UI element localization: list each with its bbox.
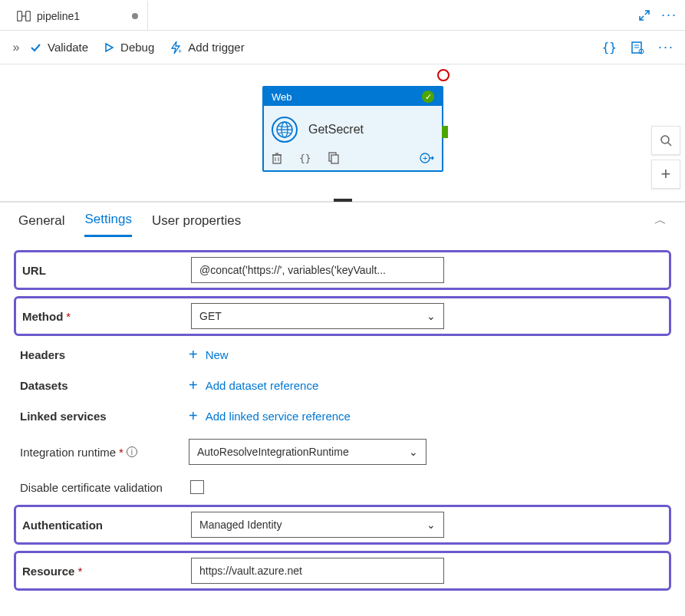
output-icon[interactable]: + <box>419 152 434 164</box>
svg-rect-1 <box>26 12 31 21</box>
search-canvas-button[interactable] <box>651 126 680 155</box>
property-tabs: General Settings User properties ︿ <box>0 203 685 239</box>
svg-rect-0 <box>18 12 22 21</box>
info-icon[interactable]: i <box>127 446 137 457</box>
highlight-resource: Resource * <box>14 551 671 591</box>
label-authentication: Authentication <box>22 519 191 532</box>
tab-general[interactable]: General <box>18 206 64 236</box>
more-icon[interactable]: ··· <box>661 7 677 23</box>
highlight-method: Method * GET ⌄ <box>14 296 671 336</box>
add-dataset-button[interactable]: +Add dataset reference <box>189 377 442 393</box>
label-datasets: Datasets <box>20 379 189 392</box>
collapse-left-icon[interactable]: » <box>11 41 21 54</box>
pipeline-tab[interactable]: pipeline1 <box>8 0 148 30</box>
chevron-up-icon[interactable]: ︿ <box>654 212 667 229</box>
label-disable-cert: Disable certificate validation <box>20 481 190 494</box>
label-headers: Headers <box>20 348 189 361</box>
highlight-authentication: Authentication Managed Identity ⌄ <box>14 505 671 545</box>
label-url: URL <box>22 264 191 277</box>
add-header-button[interactable]: +New <box>189 347 442 362</box>
label-method: Method * <box>22 310 191 323</box>
activity-header: Web ✓ <box>264 87 442 106</box>
activity-name: GetSecret <box>308 123 364 137</box>
label-resource: Resource * <box>22 565 191 578</box>
svg-point-20 <box>661 136 669 143</box>
unsaved-indicator-icon <box>132 13 138 19</box>
svg-rect-17 <box>331 155 338 163</box>
properties-icon[interactable] <box>631 41 644 54</box>
breakpoint-icon[interactable] <box>437 69 450 81</box>
debug-button[interactable]: Debug <box>104 41 154 54</box>
copy-icon[interactable] <box>328 152 339 164</box>
integration-runtime-select[interactable]: AutoResolveIntegrationRuntime ⌄ <box>189 439 426 465</box>
svg-text:+: + <box>178 48 182 54</box>
svg-rect-11 <box>273 155 281 163</box>
toolbar-more-icon[interactable]: ··· <box>658 39 674 55</box>
url-input[interactable] <box>191 257 444 283</box>
connector-icon[interactable] <box>442 126 448 138</box>
chevron-down-icon: ⌄ <box>426 519 436 531</box>
svg-text:+: + <box>423 153 427 163</box>
tab-user-properties[interactable]: User properties <box>152 206 241 236</box>
bolt-icon: + <box>170 41 182 54</box>
tab-settings[interactable]: Settings <box>84 204 131 237</box>
activity-type: Web <box>272 91 292 103</box>
web-activity[interactable]: Web ✓ GetSecret {} + <box>262 86 443 172</box>
success-check-icon: ✓ <box>422 91 434 103</box>
chevron-down-icon: ⌄ <box>409 446 418 458</box>
svg-line-21 <box>668 143 671 146</box>
authentication-select[interactable]: Managed Identity ⌄ <box>191 512 444 538</box>
code-icon[interactable]: {} <box>299 153 311 164</box>
toolbar: » Validate Debug + Add trigger {} ··· <box>0 31 685 64</box>
play-icon <box>104 42 114 53</box>
resize-handle[interactable] <box>334 199 352 202</box>
pipeline-canvas[interactable]: Web ✓ GetSecret {} + + <box>0 64 685 203</box>
highlight-url: URL <box>14 250 671 290</box>
validate-button[interactable]: Validate <box>29 41 88 54</box>
disable-cert-checkbox[interactable] <box>190 480 204 494</box>
add-canvas-button[interactable]: + <box>651 160 680 189</box>
method-select[interactable]: GET ⌄ <box>191 303 444 329</box>
chevron-down-icon: ⌄ <box>426 310 436 322</box>
editor-tab-bar: pipeline1 ··· <box>0 0 685 31</box>
label-integration-runtime: Integration runtime * i <box>20 446 189 459</box>
pipeline-name: pipeline1 <box>37 10 80 22</box>
pipeline-icon <box>17 11 31 21</box>
braces-icon[interactable]: {} <box>602 40 617 54</box>
globe-icon <box>272 117 298 143</box>
resource-input[interactable] <box>191 558 444 584</box>
settings-form: URL Method * GET ⌄ Headers +New Datasets… <box>0 239 685 616</box>
add-trigger-button[interactable]: + Add trigger <box>170 41 244 54</box>
check-icon <box>29 41 41 54</box>
expand-icon[interactable] <box>638 9 650 21</box>
add-linked-service-button[interactable]: +Add linked service reference <box>189 408 442 423</box>
label-linked-services: Linked services <box>20 410 189 423</box>
delete-icon[interactable] <box>272 152 282 164</box>
